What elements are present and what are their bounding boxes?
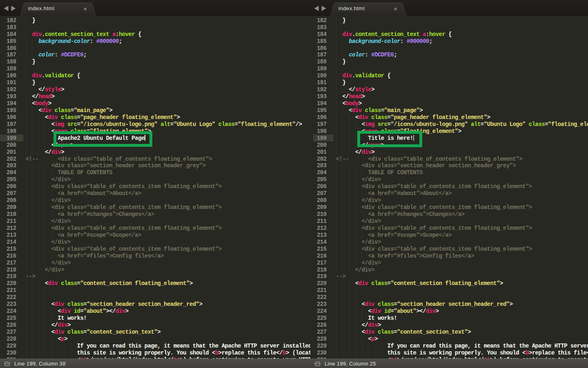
svg-text:✕: ✕ — [394, 7, 397, 11]
svg-text:index.html: index.html — [339, 5, 365, 11]
svg-text:index.html: index.html — [28, 5, 55, 11]
svg-text:✕: ✕ — [83, 7, 87, 11]
